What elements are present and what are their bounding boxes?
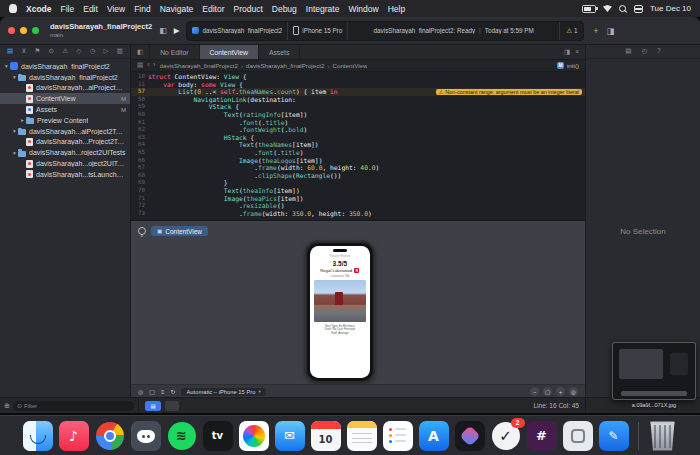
dock-photos-icon[interactable] <box>239 421 269 451</box>
tab-contentview[interactable]: ContentView <box>200 45 259 59</box>
find-navigator-icon[interactable]: ⊙ <box>49 48 54 55</box>
code-line[interactable]: 61 .font(.title) <box>131 119 585 127</box>
code-line[interactable]: 72 .resizable() <box>131 202 585 210</box>
scheme-selector[interactable]: davisSharayah_finalProject2 <box>187 22 288 40</box>
code-line[interactable]: 73 .frame(width: 350.0, height: 350.0) <box>131 210 585 218</box>
file-row[interactable]: ▸Preview Content <box>0 115 130 126</box>
filter-field[interactable]: ⊙ Filter <box>13 401 134 411</box>
variants-icon[interactable]: ▢ <box>149 389 155 395</box>
breadcrumb-item[interactable]: davisSharayah_finalProject2 <box>246 62 324 69</box>
dock-spotify-icon[interactable]: ≋ <box>167 421 197 451</box>
related-items-icon[interactable]: ▤ <box>137 62 143 69</box>
code-line[interactable]: 57 List(0 ..< self.theaNames.count) { it… <box>131 88 585 96</box>
back-icon[interactable]: ‹ <box>147 62 149 69</box>
editor-mode-control[interactable] <box>165 401 179 411</box>
hide-inspector-icon[interactable]: ◨ <box>606 26 614 36</box>
code-line[interactable]: 58 NavigationLink(destination: <box>131 96 585 104</box>
breakpoints-navigator-icon[interactable]: ▷ <box>104 48 109 55</box>
menu-find[interactable]: Find <box>134 4 151 14</box>
menu-window[interactable]: Window <box>348 4 378 14</box>
menu-bar-clock[interactable]: Tue Dec 10 <box>650 4 691 13</box>
breadcrumb-item[interactable]: ContentView <box>333 62 368 69</box>
file-row[interactable]: davisSharayah...Project2Tests <box>0 137 130 148</box>
file-row[interactable]: AssetsM <box>0 104 130 115</box>
desktop-screenshot-file[interactable]: a:09a9l...071X.jpg <box>612 342 696 408</box>
dock-appstore-icon[interactable]: A <box>419 421 449 451</box>
dock-calendar-icon[interactable]: 10 <box>311 421 341 451</box>
code-line[interactable]: 70 Text(theaInfo[item]) <box>131 187 585 195</box>
symbol-crumb[interactable]: M init() <box>557 62 579 69</box>
history-inspector-icon[interactable]: ◴ <box>641 48 647 55</box>
add-file-icon[interactable]: ⊕ <box>4 402 10 410</box>
dock-slack-icon[interactable]: # <box>527 421 557 451</box>
reports-navigator-icon[interactable]: ▥ <box>117 48 123 55</box>
disclosure-down-icon[interactable]: ▾ <box>11 150 18 156</box>
code-lines[interactable]: 10struct ContentView: View {11 var body:… <box>131 72 585 221</box>
code-line[interactable]: 63 HStack { <box>131 134 585 142</box>
split-editor-icon[interactable]: ◧ <box>137 49 143 56</box>
code-line[interactable]: 71 Image(theaPics[item]) <box>131 195 585 203</box>
zoom-fit-icon[interactable]: ◎ <box>569 387 578 396</box>
menu-debug[interactable]: Debug <box>272 4 297 14</box>
menu-navigate[interactable]: Navigate <box>160 4 194 14</box>
issues-button[interactable]: ⚠ 1 <box>559 22 583 40</box>
code-line[interactable]: 60 Text(ratingInfo[item]) <box>131 111 585 119</box>
dock-chrome-icon[interactable] <box>95 421 125 451</box>
menu-editor[interactable]: Editor <box>202 4 224 14</box>
tab-assets[interactable]: Assets <box>259 45 300 59</box>
help-inspector-icon[interactable]: ? <box>657 48 661 55</box>
apple-menu-icon[interactable] <box>9 4 17 13</box>
breadcrumb-item[interactable]: davisSharayah_finalProject2 <box>160 62 238 69</box>
file-inspector-icon[interactable]: ▤ <box>625 48 631 55</box>
menu-integrate[interactable]: Integrate <box>306 4 340 14</box>
add-editor-icon[interactable]: ◨ <box>564 49 570 56</box>
library-plus-icon[interactable]: + <box>593 26 598 36</box>
search-icon[interactable] <box>619 5 627 13</box>
bookmarks-navigator-icon[interactable]: ⚑ <box>34 48 40 55</box>
project-navigator-icon[interactable]: ▤ <box>7 48 13 55</box>
dock-reminders-icon[interactable] <box>383 421 413 451</box>
dock-finder-icon[interactable] <box>23 421 53 451</box>
dock-grayapp-icon[interactable] <box>563 421 593 451</box>
issues-navigator-icon[interactable]: ⚠ <box>62 48 68 55</box>
menu-xcode[interactable]: Xcode <box>26 4 52 14</box>
canvas-toggle-button[interactable]: ▤ <box>145 401 161 411</box>
disclosure-down-icon[interactable]: ▾ <box>3 63 10 69</box>
menu-file[interactable]: File <box>61 4 75 14</box>
code-line[interactable]: 62 .fontWeight(.bold) <box>131 126 585 134</box>
forward-icon[interactable]: › <box>153 62 155 69</box>
branch-name[interactable]: main <box>50 32 152 38</box>
code-line[interactable]: 64 Text(theaNames[item]) <box>131 141 585 149</box>
menu-help[interactable]: Help <box>388 4 405 14</box>
dock-check-icon[interactable]: ✓2 <box>491 421 521 451</box>
menu-product[interactable]: Product <box>233 4 262 14</box>
file-row[interactable]: davisSharayah...oject2UITests <box>0 158 130 169</box>
menu-edit[interactable]: Edit <box>83 4 98 14</box>
file-row[interactable]: davisSharayah...tsLaunchTests <box>0 169 130 180</box>
pin-icon[interactable] <box>138 227 146 235</box>
dock-music-icon[interactable]: ♪ <box>59 421 89 451</box>
file-row[interactable]: ▾davisSharayah...roject2UITests <box>0 147 130 158</box>
file-row[interactable]: ▾davisSharayah...alProject2Tests <box>0 126 130 137</box>
dock-mail-icon[interactable]: ✉ <box>275 421 305 451</box>
disclosure-right-icon[interactable]: ▸ <box>19 117 26 123</box>
code-line[interactable]: 66 Image(theaLogos[item]) <box>131 157 585 165</box>
disclosure-down-icon[interactable]: ▾ <box>11 74 18 80</box>
preview-tab-chip[interactable]: ▣ ContentView <box>151 226 208 236</box>
file-row[interactable]: ▾davisSharayah_finalProject2 <box>0 72 130 83</box>
dock-shortcuts-icon[interactable] <box>455 421 485 451</box>
run-destination-selector[interactable]: iPhone 15 Pro <box>288 22 348 40</box>
minimize-window-button[interactable] <box>20 27 27 34</box>
zoom-in-icon[interactable]: + <box>556 387 565 396</box>
code-line[interactable]: 67 .frame(width: 60.0, height: 40.0) <box>131 164 585 172</box>
preview-device-menu[interactable]: Automatic – iPhone 15 Pro ▾ <box>181 388 265 396</box>
dock-pencil-icon[interactable]: ✎ <box>599 421 629 451</box>
orientation-icon[interactable]: ↻ <box>170 389 175 395</box>
iphone-preview[interactable]: Theater Review 3.5/5 Regal Lakewood R La… <box>307 243 373 381</box>
zoom-window-button[interactable] <box>32 27 39 34</box>
dock-discord-icon[interactable] <box>131 421 161 451</box>
menu-view[interactable]: View <box>107 4 125 14</box>
code-line[interactable]: 10struct ContentView: View { <box>131 73 585 81</box>
inline-warning[interactable]: ⚠Non-constant range: argument must be an… <box>436 89 582 96</box>
source-control-navigator-icon[interactable]: ⊻ <box>21 48 26 55</box>
